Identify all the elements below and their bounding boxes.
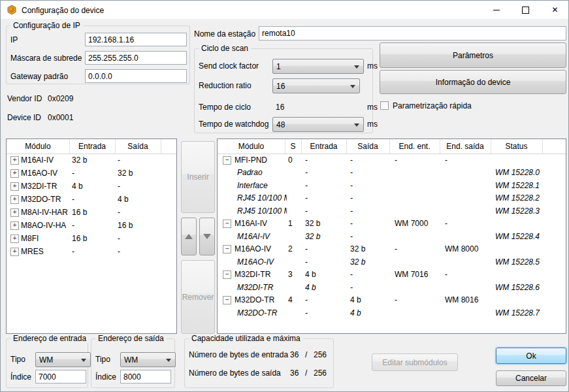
output-address: - <box>445 269 488 282</box>
insert-button[interactable]: Inserir <box>181 141 215 213</box>
expand-icon[interactable]: + <box>10 248 19 256</box>
configured-modules-table[interactable]: Módulo S Entrada Saída End. ent. End. sa… <box>217 139 566 334</box>
status-value <box>495 243 542 256</box>
right-header-s[interactable]: S <box>285 139 302 154</box>
quick-param-checkbox[interactable] <box>380 101 389 110</box>
chevron-down-icon <box>81 359 86 362</box>
module-name: M32DI-TR <box>237 281 287 294</box>
module-name: M8AO-IV-HA <box>21 219 71 232</box>
right-header-saida[interactable]: Saída <box>346 139 390 154</box>
ip-config-group: Configuração de IP IP 192.168.1.16 Másca… <box>6 25 190 84</box>
module-name: RJ45 10/100 M <box>237 204 287 218</box>
expand-icon[interactable]: + <box>10 156 19 165</box>
module-name: RJ45 10/100 M <box>237 192 287 205</box>
input-address <box>395 230 438 243</box>
table-row[interactable]: M32DI-TR4 b-WM 15228.6 <box>218 281 566 294</box>
bytes-out-max: 256 <box>314 368 327 378</box>
left-header-saida[interactable]: Saída <box>115 139 161 154</box>
input-type-select[interactable]: WM <box>35 352 91 367</box>
right-header-end-saida[interactable]: End. saída <box>440 139 491 154</box>
move-down-button[interactable] <box>199 218 215 255</box>
expand-icon[interactable]: + <box>10 195 19 204</box>
table-row[interactable]: M16AI-IV32 b-WM 15228.4 <box>218 230 566 243</box>
device-configuration-dialog: Configuração do device ✕ Configuração de… <box>0 0 569 392</box>
left-header-entrada[interactable]: Entrada <box>69 139 116 154</box>
table-row[interactable]: +M8AI-IV-HAR16 b- <box>7 206 176 219</box>
module-input-size: 32 b <box>305 230 344 243</box>
parameters-button[interactable]: Parâmetros <box>380 42 566 68</box>
input-index-field[interactable]: 7000 <box>35 370 86 384</box>
expand-icon[interactable]: + <box>10 169 19 178</box>
capacity-title: Capacidade utilizada e máxima <box>189 334 303 343</box>
output-index-field[interactable]: 8000 <box>120 370 171 384</box>
send-clock-select[interactable]: 1 <box>272 59 364 74</box>
reduction-ratio-select[interactable]: 16 <box>272 78 360 93</box>
table-row[interactable]: −M32DO-TR4-4 b-WM 8016 <box>218 294 566 307</box>
expand-icon[interactable]: + <box>10 208 19 217</box>
input-address: - <box>395 154 438 167</box>
table-row[interactable]: +M16AO-IV-32 b <box>7 167 176 180</box>
module-output-size: - <box>350 204 388 218</box>
gateway-input[interactable]: 0.0.0.0 <box>85 69 187 83</box>
slot-number <box>288 306 301 319</box>
slot-number <box>288 281 301 294</box>
table-row[interactable]: −MFI-PND0---- <box>218 154 566 167</box>
table-row[interactable]: +M32DO-TR-4 b <box>7 193 176 206</box>
expand-icon[interactable]: + <box>10 221 19 230</box>
table-row[interactable]: M16AO-IV-32 bWM 15228.5 <box>218 255 566 269</box>
close-button[interactable]: ✕ <box>540 1 569 19</box>
table-row[interactable]: Padrao--WM 15228.0 <box>218 167 566 180</box>
table-row[interactable]: −M16AO-IV2-32 b-WM 8000 <box>218 243 566 256</box>
ok-button[interactable]: Ok <box>496 348 566 364</box>
output-index-label: Índice <box>95 370 116 384</box>
table-row[interactable]: RJ45 10/100 M--WM 15228.3 <box>218 204 566 218</box>
table-row[interactable]: −M32DI-TR34 b-WM 7016- <box>218 269 566 282</box>
module-output-size: 16 b <box>118 219 157 232</box>
table-row[interactable]: +M32DI-TR4 b- <box>7 180 176 193</box>
status-value <box>495 269 542 282</box>
subnet-mask-input[interactable]: 255.255.255.0 <box>85 51 187 65</box>
collapse-icon[interactable]: − <box>223 245 231 253</box>
table-row[interactable]: +M8AO-IV-HA-16 b <box>7 219 176 232</box>
gateway-label: Gateway padrão <box>10 69 68 83</box>
collapse-icon[interactable]: − <box>223 296 231 304</box>
collapse-icon[interactable]: − <box>223 220 231 228</box>
module-output-size: - <box>118 245 157 258</box>
module-name: M16AO-IV <box>21 167 71 180</box>
device-info-button[interactable]: Informação do device <box>380 70 566 94</box>
station-name-input[interactable]: remota10 <box>259 26 566 41</box>
right-header-status[interactable]: Status <box>491 139 543 154</box>
minimize-button[interactable] <box>481 1 511 19</box>
module-output-size: 4 b <box>350 306 388 319</box>
table-row[interactable]: M32DO-TR-4 bWM 15228.7 <box>218 306 566 319</box>
table-row[interactable]: Interface--WM 15228.1 <box>218 179 566 192</box>
right-header-entrada[interactable]: Entrada <box>301 139 347 154</box>
table-row[interactable]: RJ45 10/100 M--WM 15228.2 <box>218 192 566 205</box>
cancel-button[interactable]: Cancelar <box>496 370 566 386</box>
bytes-in-max: 256 <box>314 350 327 360</box>
module-output-size: - <box>350 179 388 192</box>
expand-icon[interactable]: + <box>10 235 19 243</box>
available-modules-table[interactable]: Módulo Entrada Saída +M16AI-IV32 b-+M16A… <box>6 139 177 334</box>
edit-submodules-button[interactable]: Editar submódulos <box>372 353 458 371</box>
collapse-icon[interactable]: − <box>223 270 231 279</box>
input-address-title: Endereço de entrada <box>10 334 89 343</box>
move-up-button[interactable] <box>181 218 197 255</box>
remove-button[interactable]: Remover <box>181 260 215 334</box>
expand-icon[interactable]: + <box>10 182 19 191</box>
table-row[interactable]: +M8FI16 b- <box>7 232 176 245</box>
maximize-button[interactable] <box>511 1 540 19</box>
left-header-modulo[interactable]: Módulo <box>7 139 70 154</box>
right-header-end-ent[interactable]: End. ent. <box>389 139 440 154</box>
right-header-modulo[interactable]: Módulo <box>218 139 285 154</box>
table-row[interactable]: +M16AI-IV32 b- <box>7 154 176 167</box>
output-type-select[interactable]: WM <box>120 352 176 367</box>
module-output-size: 4 b <box>118 193 157 206</box>
collapse-icon[interactable]: − <box>223 156 231 165</box>
table-row[interactable]: +MRES-- <box>7 245 176 258</box>
ip-input[interactable]: 192.168.1.16 <box>85 33 187 46</box>
watchdog-select[interactable]: 48 <box>272 117 364 132</box>
module-name: Interface <box>237 179 287 192</box>
table-row[interactable]: −M16AI-IV132 b-WM 7000- <box>218 218 566 231</box>
titlebar[interactable]: Configuração do device ✕ <box>1 1 568 19</box>
